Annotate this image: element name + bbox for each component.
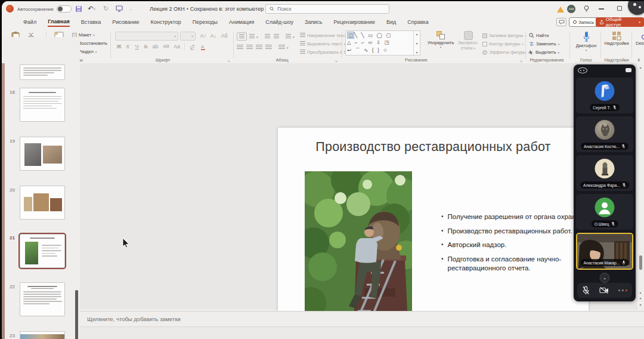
- underline-button[interactable]: Ч: [133, 44, 141, 50]
- font-dialog-launcher[interactable]: ↘: [227, 58, 230, 63]
- call-app-icon[interactable]: [578, 67, 587, 73]
- grow-font-button[interactable]: А↑: [199, 33, 208, 39]
- slide-thumbnail-18[interactable]: [20, 88, 65, 122]
- scroll-up-icon[interactable]: ▴: [637, 65, 644, 69]
- shape-scroll-more-icon[interactable]: ▾: [416, 50, 417, 54]
- notes-bar[interactable]: Щелкните, чтобы добавить заметки: [80, 311, 644, 326]
- slide-title[interactable]: Производство реставрационных работ: [278, 140, 589, 155]
- font-size-select[interactable]: ▾: [180, 32, 196, 41]
- character-spacing-button[interactable]: АВ: [161, 44, 171, 49]
- participant-tile[interactable]: Александра Фара...: [576, 155, 633, 191]
- camera-off-control[interactable]: [599, 286, 609, 294]
- select-button[interactable]: Выделить ▾: [529, 50, 559, 55]
- tab-slideshow[interactable]: Слайд-шоу: [265, 19, 293, 26]
- start-slideshow-icon[interactable]: [114, 4, 124, 13]
- shape-scroll-down-icon[interactable]: ▾: [416, 41, 417, 45]
- slide-thumbnail-partial-bottom[interactable]: [20, 331, 65, 339]
- thumbnail-panel-scrollbar[interactable]: [75, 290, 78, 339]
- addins-button[interactable]: Надстройки: [603, 31, 630, 46]
- restore-button[interactable]: [617, 6, 622, 11]
- text-shadow-button[interactable]: ab: [151, 44, 160, 50]
- slide-thumbnail-21-selected[interactable]: [20, 234, 65, 268]
- previous-slide-button[interactable]: ▴: [637, 290, 644, 294]
- quick-access-more-icon[interactable]: ⌄: [126, 4, 136, 13]
- collapse-panel-icon[interactable]: [626, 68, 631, 72]
- record-button[interactable]: Запись: [569, 17, 598, 27]
- slide-thumbnail-partial-top[interactable]: [20, 64, 65, 80]
- replace-button[interactable]: Заменить ▾: [529, 41, 559, 47]
- decrease-indent-button[interactable]: [265, 34, 270, 39]
- quick-styles-button[interactable]: Экспресс- стили ▾: [456, 31, 480, 51]
- tab-home[interactable]: Главная: [48, 19, 70, 27]
- change-case-button[interactable]: Аа: [172, 44, 181, 50]
- shape-effects-button[interactable]: Эффекты фигуры ▾: [482, 50, 530, 55]
- video-call-panel[interactable]: Сергей Т. Анастасия Костю... Александра …: [574, 64, 636, 301]
- drawing-dialog-launcher[interactable]: ↘: [519, 58, 522, 63]
- clear-formatting-button[interactable]: Аб: [219, 33, 229, 39]
- slide-editing-surface[interactable]: Производство реставрационных работ: [278, 128, 589, 339]
- strikethrough-button[interactable]: S: [142, 44, 150, 50]
- align-center-button[interactable]: [246, 45, 253, 50]
- scrollbar-thumb[interactable]: [639, 255, 642, 270]
- bold-button[interactable]: Ж: [115, 44, 123, 50]
- slide-thumbnail-20[interactable]: [20, 186, 65, 220]
- align-right-button[interactable]: [256, 45, 262, 50]
- minimize-button[interactable]: [599, 8, 604, 10]
- redo-button[interactable]: ↻: [101, 4, 111, 13]
- notes-placeholder[interactable]: Щелкните, чтобы добавить заметки: [87, 316, 181, 322]
- tab-record[interactable]: Запись: [305, 19, 323, 26]
- floating-widget[interactable]: [628, 1, 644, 15]
- mic-muted-control[interactable]: [582, 286, 590, 295]
- tab-animations[interactable]: Анимация: [229, 19, 254, 26]
- comments-button[interactable]: [556, 18, 566, 26]
- bullet-list-button[interactable]: [237, 32, 247, 41]
- panel-expand-button[interactable]: ⌄: [600, 273, 610, 283]
- select-shape-icon[interactable]: ◫: [347, 32, 354, 39]
- font-color-button[interactable]: А: [199, 44, 208, 51]
- tab-insert[interactable]: Вставка: [81, 19, 101, 26]
- designer-button[interactable]: Designer: [633, 31, 644, 46]
- tab-draw[interactable]: Рисование: [112, 19, 139, 26]
- numbered-list-button[interactable]: ▾: [249, 34, 258, 39]
- collapse-ribbon-button[interactable]: ∧: [637, 57, 640, 63]
- shape-scroll-up-icon[interactable]: ▴: [416, 32, 417, 36]
- participant-tile[interactable]: Анастасия Костю...: [576, 116, 633, 152]
- justify-button[interactable]: [265, 45, 272, 50]
- italic-button[interactable]: К: [124, 44, 132, 50]
- slide-thumbnail-22[interactable]: [20, 282, 65, 316]
- participant-tile[interactable]: О.Швец: [576, 194, 633, 230]
- highlight-color-button[interactable]: [188, 44, 197, 51]
- tab-review[interactable]: Рецензирование: [334, 19, 376, 26]
- tab-help[interactable]: Справка: [407, 19, 428, 26]
- columns-button[interactable]: ▾: [278, 45, 289, 50]
- search-input[interactable]: Поиск: [265, 4, 389, 14]
- next-slide-button[interactable]: ▾: [637, 296, 644, 300]
- scroll-down-icon[interactable]: ▾: [637, 303, 644, 307]
- main-vertical-scrollbar[interactable]: ▴ ▴ ▾ ▾: [636, 63, 644, 310]
- slide-thumbnail-19[interactable]: [20, 137, 65, 171]
- align-left-button[interactable]: [237, 45, 243, 50]
- shape-gallery-scrollbar[interactable]: ▴ ▾ ▾: [413, 31, 420, 55]
- save-icon[interactable]: [73, 4, 83, 13]
- warning-icon[interactable]: [557, 7, 564, 13]
- paragraph-dialog-launcher[interactable]: ↘: [335, 58, 338, 63]
- shape-outline-button[interactable]: Контур фигуры ▾: [482, 41, 524, 47]
- slide-bullet-list[interactable]: •Получение разрешения от органа охраны. …: [441, 212, 589, 278]
- account-avatar[interactable]: АМ: [567, 5, 575, 13]
- tab-file[interactable]: Файл: [23, 19, 36, 26]
- shape-gallery[interactable]: ◫╲ ╲ ▭ ◯ ▢ △ ⌐ ⌐ ⇨ ⇩ ◳ ↩ ⌒ ∿ { } ☆ ▴ ▾ ▾: [345, 30, 420, 56]
- arrange-button[interactable]: Упорядочить ▾: [426, 31, 455, 49]
- participant-tile-speaking[interactable]: Анастасия Макар...: [576, 233, 633, 270]
- participant-tile[interactable]: Сергей Т.: [576, 78, 633, 113]
- document-title[interactable]: Лекция 2 ОКН•Сохранено в: этот компьютер…: [150, 6, 269, 12]
- tab-transitions[interactable]: Переходы: [193, 19, 218, 26]
- find-button[interactable]: Найти: [529, 33, 549, 38]
- lightbulb-icon[interactable]: [581, 4, 592, 13]
- more-options-control[interactable]: [618, 289, 628, 292]
- share-button[interactable]: Общий доступ ▾: [596, 17, 644, 27]
- dictate-button[interactable]: Диктофон ▾: [573, 31, 599, 52]
- shape-fill-button[interactable]: Заливка фигуры ▾: [482, 33, 527, 38]
- shrink-font-button[interactable]: А↓: [209, 33, 218, 39]
- increase-indent-button[interactable]: [274, 34, 279, 39]
- autosave-toggle[interactable]: [57, 5, 72, 13]
